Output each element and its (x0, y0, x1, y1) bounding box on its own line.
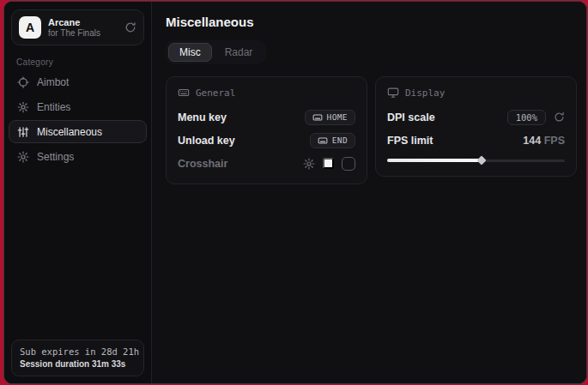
monitor-icon (387, 87, 399, 99)
menu-key-label: Menu key (178, 111, 227, 123)
unload-key-bind-button[interactable]: END (310, 133, 355, 148)
sidebar-item-miscellaneous[interactable]: Miscellaneous (9, 120, 147, 143)
keyboard-icon (312, 112, 323, 123)
unload-key-value: END (332, 135, 348, 145)
sidebar-item-label: Miscellaneous (37, 126, 102, 138)
fps-limit-slider[interactable] (387, 156, 565, 165)
slider-fill (387, 159, 482, 162)
page-title: Miscellaneous (166, 15, 577, 29)
dpi-controls: 100% (507, 110, 565, 125)
sidebar-item-aimbot[interactable]: Aimbot (9, 70, 147, 93)
dpi-scale-value[interactable]: 100% (507, 110, 546, 125)
unload-key-row: Unload key END (178, 131, 355, 149)
sidebar-nav: Aimbot Entities Miscella (4, 70, 151, 168)
sub-expiry-text: Sub expires in 28d 21h (20, 346, 136, 357)
subscription-info-box: Sub expires in 28d 21h Session duration … (11, 340, 144, 376)
unload-key-label: Unload key (178, 135, 235, 147)
tab-misc[interactable]: Misc (168, 43, 212, 62)
sidebar-item-label: Settings (37, 151, 74, 163)
dpi-scale-row: DPI scale 100% (387, 108, 565, 126)
menu-key-row: Menu key HOME (178, 108, 355, 126)
tab-group: Misc Radar (166, 40, 266, 64)
refresh-icon[interactable] (124, 21, 136, 33)
crosshair-controls (303, 157, 355, 171)
general-card-header: General (178, 87, 355, 99)
category-label: Category (16, 57, 151, 67)
card-title: Display (405, 87, 445, 99)
dpi-scale-label: DPI scale (387, 111, 435, 123)
fps-limit-label: FPS limit (387, 135, 433, 147)
entities-icon (17, 101, 29, 113)
tab-radar[interactable]: Radar (214, 43, 264, 62)
avatar: A (19, 16, 41, 39)
fps-limit-row: FPS limit 144 FPS (387, 131, 565, 149)
gear-icon (17, 151, 29, 163)
app-subtitle: for The Finals (48, 28, 118, 39)
display-card-header: Display (387, 87, 565, 99)
sidebar-spacer (4, 168, 151, 333)
general-card: General Menu key HOME Unload key (166, 76, 367, 184)
keyboard-icon (318, 135, 328, 146)
app-header-card: A Arcane for The Finals (11, 9, 144, 45)
card-title: General (196, 87, 235, 99)
session-duration-text: Session duration 31m 33s (20, 359, 136, 369)
cards-row: General Menu key HOME Unload key (166, 76, 577, 184)
sidebar-item-label: Aimbot (37, 76, 69, 88)
sidebar: A Arcane for The Finals Category (4, 2, 152, 383)
crosshair-color-swatch[interactable] (323, 158, 334, 169)
crosshair-row: Crosshair (178, 154, 355, 172)
sidebar-item-settings[interactable]: Settings (9, 145, 147, 168)
crosshair-label: Crosshair (178, 158, 227, 170)
slider-thumb[interactable] (476, 155, 486, 165)
crosshair-icon (17, 76, 29, 88)
app-title: Arcane (48, 17, 118, 28)
sidebar-item-entities[interactable]: Entities (9, 95, 147, 118)
main-content: Miscellaneous Misc Radar General Menu (152, 2, 587, 383)
crosshair-checkbox[interactable] (342, 157, 355, 171)
sliders-icon (17, 126, 29, 138)
menu-key-value: HOME (327, 112, 348, 122)
fps-unit: FPS (544, 135, 565, 147)
dpi-reset-rotate-icon[interactable] (554, 111, 565, 123)
keyboard-icon (178, 87, 190, 99)
display-card: Display DPI scale 100% (375, 76, 577, 177)
app-window: A Arcane for The Finals Category (3, 1, 587, 384)
fps-limit-value: 144 FPS (523, 135, 565, 147)
menu-key-bind-button[interactable]: HOME (305, 110, 355, 125)
crosshair-settings-gear-icon[interactable] (303, 158, 315, 170)
app-header-text: Arcane for The Finals (48, 17, 118, 38)
sidebar-item-label: Entities (37, 101, 70, 113)
fps-number: 144 (523, 135, 541, 147)
